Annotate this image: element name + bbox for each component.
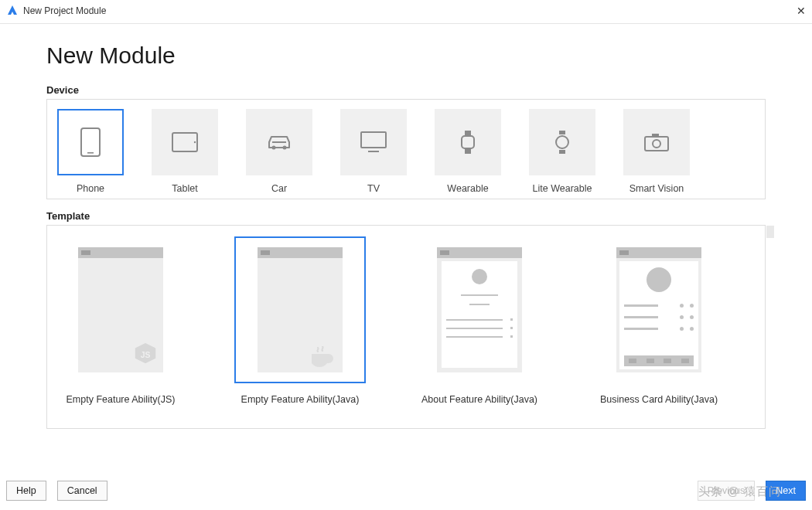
svg-point-5 (283, 146, 287, 150)
previous-button[interactable]: Previous (698, 481, 756, 501)
about-preview (442, 261, 517, 368)
device-section-label: Device (46, 84, 766, 96)
template-label: About Feature Ability(Java) (421, 394, 537, 405)
template-section-label: Template (46, 210, 766, 222)
svg-point-12 (556, 136, 568, 148)
java-cup-icon (309, 346, 336, 368)
svg-rect-10 (465, 131, 471, 135)
device-smart-vision[interactable]: Smart Vision (621, 109, 692, 194)
svg-text:JS: JS (141, 351, 151, 359)
template-business-card-java[interactable]: Business Card Ability(Java) (593, 236, 725, 405)
titlebar: New Project Module ✕ (0, 0, 812, 22)
device-car[interactable]: Car (244, 109, 315, 194)
device-wearable[interactable]: Wearable (432, 109, 503, 194)
scrollbar[interactable] (766, 226, 774, 238)
cancel-button[interactable]: Cancel (57, 481, 107, 501)
template-empty-js[interactable]: JS Empty Feature Ability(JS) (55, 236, 186, 405)
page-title: New Module (46, 42, 766, 69)
svg-point-17 (653, 140, 660, 148)
template-label: Business Card Ability(Java) (600, 394, 718, 405)
svg-point-4 (272, 146, 276, 150)
window-title: New Project Module (23, 5, 106, 16)
template-label: Empty Feature Ability(Java) (241, 394, 360, 405)
wearable-icon (460, 130, 476, 155)
camera-icon (644, 133, 669, 151)
device-tablet[interactable]: Tablet (149, 109, 220, 194)
device-label: Lite Wearable (533, 183, 592, 194)
tv-icon (360, 131, 387, 153)
device-label: Phone (77, 183, 104, 194)
next-button[interactable]: Next (766, 481, 806, 501)
tablet-icon (172, 132, 198, 152)
template-about-java[interactable]: About Feature Ability(Java) (414, 236, 545, 405)
device-label: Car (271, 183, 287, 194)
footer: Help Cancel Previous Next (0, 478, 812, 504)
device-lite-wearable[interactable]: Lite Wearable (527, 109, 598, 194)
device-label: Wearable (447, 183, 488, 194)
svg-rect-7 (361, 132, 386, 148)
device-phone[interactable]: Phone (55, 109, 126, 194)
svg-rect-11 (465, 149, 471, 154)
svg-rect-14 (559, 150, 565, 154)
svg-rect-2 (172, 133, 197, 151)
device-panel: Phone Tablet Car TV Wearable Lite Wearab… (46, 99, 766, 199)
svg-rect-1 (87, 152, 94, 154)
close-icon[interactable]: ✕ (797, 5, 806, 17)
svg-rect-16 (652, 134, 659, 137)
template-empty-java[interactable]: Empty Feature Ability(Java) (234, 236, 366, 405)
template-panel: JS Empty Feature Ability(JS) Empty Featu… (46, 225, 766, 429)
business-card-preview (619, 261, 698, 369)
device-label: Tablet (172, 183, 197, 194)
help-button[interactable]: Help (6, 481, 46, 501)
device-label: Smart Vision (629, 183, 684, 194)
device-label: TV (367, 183, 380, 194)
svg-rect-15 (645, 137, 668, 151)
app-logo-icon (6, 5, 19, 17)
car-icon (266, 133, 292, 151)
svg-point-3 (194, 141, 196, 143)
lite-wearable-icon (554, 130, 570, 155)
svg-rect-0 (81, 128, 100, 156)
js-badge-icon: JS (132, 342, 159, 368)
svg-rect-13 (559, 131, 565, 134)
device-tv[interactable]: TV (338, 109, 409, 194)
phone-icon (80, 128, 101, 157)
template-label: Empty Feature Ability(JS) (66, 394, 175, 405)
svg-rect-9 (462, 136, 474, 148)
